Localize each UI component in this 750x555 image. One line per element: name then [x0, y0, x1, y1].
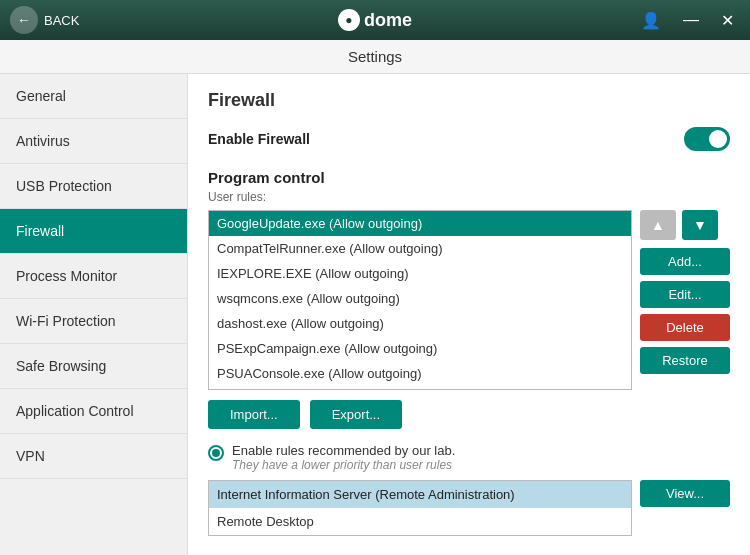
add-button[interactable]: Add...: [640, 248, 730, 275]
rule-item[interactable]: GoogleUpdate.exe (Allow outgoing): [209, 211, 631, 236]
sidebar-item-usb-protection[interactable]: USB Protection: [0, 164, 187, 209]
sidebar-item-antivirus[interactable]: Antivirus: [0, 119, 187, 164]
rule-item[interactable]: dashost.exe (Allow outgoing): [209, 311, 631, 336]
lab-rules-radio-section: Enable rules recommended by our lab. The…: [208, 443, 730, 472]
arrow-buttons-row: ▲ ▼: [640, 210, 730, 240]
minimize-button[interactable]: —: [677, 9, 705, 31]
close-button[interactable]: ✕: [715, 9, 740, 32]
program-control-title: Program control: [208, 169, 730, 186]
rule-item[interactable]: PSUAConsole.exe (Allow outgoing): [209, 361, 631, 386]
import-export-row: Import... Export...: [208, 400, 730, 429]
lab-rules-list[interactable]: Internet Information Server (Remote Admi…: [208, 480, 632, 536]
import-button[interactable]: Import...: [208, 400, 300, 429]
logo-icon: ●: [338, 9, 360, 31]
lab-rules-text: Enable rules recommended by our lab. The…: [232, 443, 455, 472]
rules-action-buttons: ▲ ▼ Add... Edit... Delete Restore: [640, 210, 730, 374]
program-control-row: GoogleUpdate.exe (Allow outgoing)CompatT…: [208, 210, 730, 390]
sidebar-item-firewall[interactable]: Firewall: [0, 209, 187, 254]
export-button[interactable]: Export...: [310, 400, 402, 429]
user-rules-list[interactable]: GoogleUpdate.exe (Allow outgoing)CompatT…: [208, 210, 632, 390]
app-logo: ● dome: [338, 9, 412, 31]
enable-firewall-label: Enable Firewall: [208, 131, 310, 147]
main-content: General Antivirus USB Protection Firewal…: [0, 74, 750, 555]
back-label: BACK: [44, 13, 79, 28]
sidebar-item-process-monitor[interactable]: Process Monitor: [0, 254, 187, 299]
lab-rule-item[interactable]: Remote Desktop: [209, 508, 631, 535]
delete-button[interactable]: Delete: [640, 314, 730, 341]
logo-container: ● dome: [338, 9, 412, 31]
rule-item[interactable]: PSProfiler.exe (Allow outgoing): [209, 386, 631, 390]
sidebar: General Antivirus USB Protection Firewal…: [0, 74, 188, 555]
content-area: Firewall Enable Firewall Program control…: [188, 74, 750, 555]
rule-item[interactable]: PSExpCampaign.exe (Allow outgoing): [209, 336, 631, 361]
page-title: Firewall: [208, 90, 730, 111]
view-button[interactable]: View...: [640, 480, 730, 507]
move-up-button[interactable]: ▲: [640, 210, 676, 240]
lab-rules-radio[interactable]: [208, 445, 224, 461]
move-down-button[interactable]: ▼: [682, 210, 718, 240]
user-rules-label: User rules:: [208, 190, 730, 204]
settings-header: Settings: [0, 40, 750, 74]
rule-item[interactable]: wsqmcons.exe (Allow outgoing): [209, 286, 631, 311]
back-circle-icon: ←: [10, 6, 38, 34]
title-bar: ← BACK ● dome 👤 — ✕: [0, 0, 750, 40]
lab-rules-sub-text: They have a lower priority than user rul…: [232, 458, 455, 472]
logo-text: dome: [364, 10, 412, 31]
sidebar-item-wifi-protection[interactable]: Wi-Fi Protection: [0, 299, 187, 344]
settings-title: Settings: [348, 48, 402, 65]
rule-item[interactable]: CompatTelRunner.exe (Allow outgoing): [209, 236, 631, 261]
edit-button[interactable]: Edit...: [640, 281, 730, 308]
user-icon-button[interactable]: 👤: [635, 9, 667, 32]
rule-item[interactable]: IEXPLORE.EXE (Allow outgoing): [209, 261, 631, 286]
lab-rules-main-text: Enable rules recommended by our lab.: [232, 443, 455, 458]
lab-rule-item[interactable]: Internet Information Server (Remote Admi…: [209, 481, 631, 508]
back-button[interactable]: ← BACK: [10, 6, 79, 34]
window-controls: 👤 — ✕: [635, 9, 740, 32]
restore-button[interactable]: Restore: [640, 347, 730, 374]
sidebar-item-vpn[interactable]: VPN: [0, 434, 187, 479]
lab-rules-row: Internet Information Server (Remote Admi…: [208, 480, 730, 536]
enable-firewall-toggle[interactable]: [684, 127, 730, 151]
sidebar-item-general[interactable]: General: [0, 74, 187, 119]
sidebar-item-safe-browsing[interactable]: Safe Browsing: [0, 344, 187, 389]
enable-firewall-row: Enable Firewall: [208, 127, 730, 151]
sidebar-item-application-control[interactable]: Application Control: [0, 389, 187, 434]
